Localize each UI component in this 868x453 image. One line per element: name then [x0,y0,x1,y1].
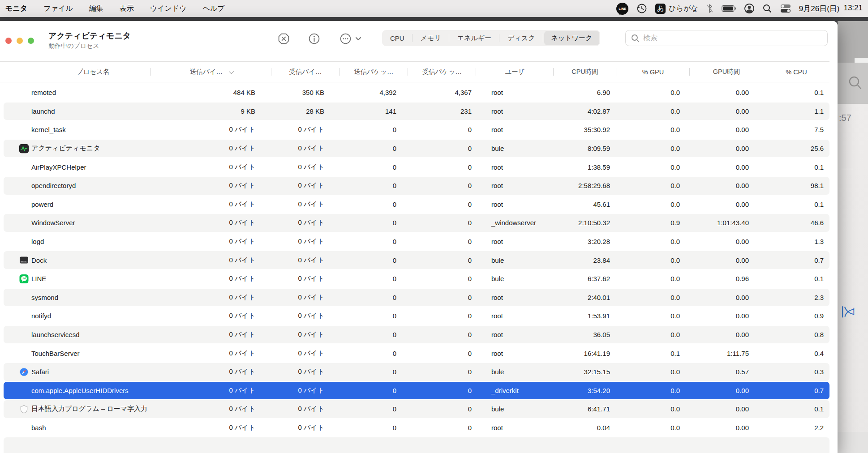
process-row-日本語入力プログラム – ローマ字入力[interactable]: 日本語入力プログラム – ローマ字入力0 バイト0 バイト00bule6:41.… [0,400,829,419]
column-header-1[interactable]: プロセス名 [0,62,151,82]
cell-sent-bytes: 0 バイト [151,274,271,283]
menu-item-4[interactable]: 表示 [120,4,134,13]
menu-item-6[interactable]: ヘルプ [203,4,225,13]
input-source-item[interactable]: あ ひらがな [655,4,698,14]
svg-text:LINE: LINE [21,278,26,280]
process-row-notifyd[interactable]: notifyd0 バイト0 バイト00root1:53.910.00.000.9 [0,307,829,325]
cell-user: root [476,126,554,133]
time-machine-icon[interactable] [636,3,648,14]
inspect-process-button[interactable] [307,32,321,45]
column-header-2[interactable]: 送信バイ… [151,62,271,82]
tab-3[interactable]: エネルギー [449,30,499,46]
cell-rcvd-bytes: 0 バイト [271,256,339,265]
process-table: remoted484 KB350 KB4,3924,367root6.900.0… [0,83,829,453]
process-row-powerd[interactable]: powerd0 バイト0 バイト00root45.610.00.000.1 [0,195,829,214]
process-row-TouchBarServer[interactable]: TouchBarServer0 バイト0 バイト00root16:41.190.… [0,344,829,363]
process-row-remoted[interactable]: remoted484 KB350 KB4,3924,367root6.900.0… [0,83,829,102]
cell-rcvd-packets: 0 [408,182,476,189]
process-row-AirPlayXPCHelper[interactable]: AirPlayXPCHelper0 バイト0 バイト00root1:38.590… [0,158,829,176]
line-status-icon[interactable]: LINE [616,3,628,15]
column-header-label: 受信パケッ… [422,68,462,76]
process-row-launchservicesd[interactable]: launchservicesd0 バイト0 バイト00root36.050.00… [0,325,829,344]
cell-rcvd-packets: 0 [408,201,476,208]
process-name: sysmond [0,294,151,301]
menu-item-5[interactable]: ウインドウ [150,4,187,13]
cell-sent-packets: 141 [339,107,408,115]
column-header-9[interactable]: GPU時間 [690,62,763,82]
tab-2[interactable]: メモリ [413,30,449,46]
minimize-button[interactable] [17,38,23,44]
process-row-bash[interactable]: bash0 バイト0 バイト00root0.040.00.002.2 [0,419,829,437]
view-tabs: CPUメモリエネルギーディスクネットワーク [382,30,600,46]
cell-cpu-pct: 0.7 [763,387,829,394]
column-header-3[interactable]: 受信バイ… [271,62,339,82]
process-row-WindowServer[interactable]: WindowServer0 バイト0 バイト00_windowserver2:1… [0,214,829,232]
tab-5[interactable]: ネットワーク [544,31,600,45]
background-search-icon [847,75,863,91]
more-options-button[interactable] [339,32,352,45]
process-row-アクティビティモニタ[interactable]: アクティビティモニタ0 バイト0 バイト00bule8:09.590.00.00… [0,139,829,158]
process-row-logd[interactable]: logd0 バイト0 バイト00root3:20.280.00.001.3 [0,232,829,251]
cell-cpu-pct: 0.7 [763,256,829,264]
process-row-LINE[interactable]: LINELINE0 バイト0 バイト00bule6:37.620.00.960.… [0,269,829,288]
cell-gpu-pct: 0.0 [616,405,690,413]
zoom-button[interactable] [28,38,34,44]
column-header-8[interactable]: % GPU [616,62,690,82]
process-row-sysmond[interactable]: sysmond0 バイト0 バイト00root2:40.010.00.002.3 [0,288,829,307]
cell-gpu-time: 0.00 [690,387,763,394]
process-row-com.apple.AppleUserHIDDrivers[interactable]: com.apple.AppleUserHIDDrivers0 バイト0 バイト0… [0,381,829,400]
process-row-Dock[interactable]: Dock0 バイト0 バイト00bule23.840.00.000.7 [0,251,829,269]
tab-4[interactable]: ディスク [499,30,543,46]
column-header-10[interactable]: % CPU [763,62,829,82]
process-row-kernel_task[interactable]: kernel_task0 バイト0 バイト00root35:30.920.00.… [0,120,829,139]
search-field[interactable] [625,30,828,46]
cell-cpu-time: 2:40.01 [554,294,616,301]
background-window-sliver: :57 又 [838,21,868,453]
cell-rcvd-bytes: 0 バイト [271,368,339,376]
column-header-label: CPU時間 [572,68,598,76]
close-button[interactable] [5,38,12,44]
cell-user: root [476,201,554,208]
menubar-clock[interactable]: 9月26日(日) 13:21 [799,4,863,14]
cell-cpu-time: 6:37.62 [554,275,616,282]
tab-1[interactable]: CPU [382,30,413,46]
battery-icon[interactable] [722,5,736,12]
spotlight-search-icon[interactable] [762,4,772,13]
process-row-opendirectoryd[interactable]: opendirectoryd0 バイト0 バイト00root2:58:29.68… [0,176,829,195]
input-source-icon[interactable]: あ [655,4,666,14]
column-header-4[interactable]: 送信パケッ… [339,62,408,82]
control-center-icon[interactable] [780,4,791,13]
cell-user: root [476,182,554,189]
column-header-6[interactable]: ユーザ [476,62,554,82]
cell-user: root [476,294,554,301]
cell-rcvd-packets: 4,367 [408,89,476,96]
cell-gpu-time: 0.00 [690,107,763,115]
cell-cpu-pct: 1.3 [763,238,829,245]
cell-sent-bytes: 0 バイト [151,163,271,171]
menu-item-1[interactable]: モニタ [5,4,27,13]
process-row-Safari[interactable]: Safari0 バイト0 バイト00bule32:15.150.00.570.3 [0,363,829,381]
cell-cpu-pct: 46.6 [763,219,829,226]
cell-sent-packets: 0 [339,256,408,264]
window-subtitle: 動作中のプロセス [48,42,99,50]
menu-item-2[interactable]: ファイル [43,4,73,13]
column-header-7[interactable]: CPU時間 [554,62,616,82]
user-account-icon[interactable] [744,3,755,14]
quit-process-button[interactable] [277,32,290,45]
process-name: WindowServer [0,219,151,226]
bluetooth-off-icon[interactable] [706,4,714,13]
cell-rcvd-bytes: 0 バイト [271,274,339,283]
cell-rcvd-bytes: 0 バイト [271,349,339,358]
cell-gpu-pct: 0.0 [616,387,690,394]
cell-cpu-pct: 2.3 [763,294,829,301]
cell-rcvd-bytes: 0 バイト [271,181,339,190]
cell-user: root [476,312,554,320]
menu-item-3[interactable]: 編集 [89,4,103,13]
process-row-launchd[interactable]: launchd9 KB28 KB141231root4:02.870.00.00… [0,102,829,121]
search-input[interactable] [643,34,804,42]
cell-cpu-pct: 0.1 [763,163,829,171]
cell-cpu-time: 1:38.59 [554,163,616,171]
cell-user: bule [476,405,554,413]
more-options-chevron-icon[interactable] [353,32,363,45]
column-header-5[interactable]: 受信パケッ… [408,62,476,82]
